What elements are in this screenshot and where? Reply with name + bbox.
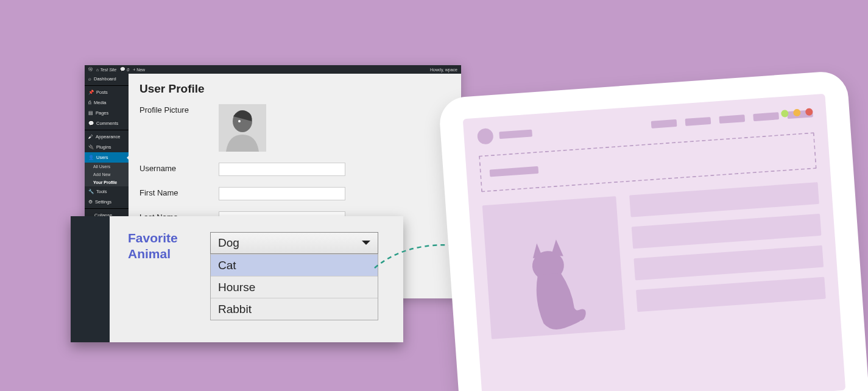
new-button[interactable]: + New [133,68,145,72]
sidebar-sep [85,130,129,130]
sidebar-sep [85,208,129,209]
side-list [629,182,827,329]
site-switcher[interactable]: ⌂ Test Site [96,68,116,72]
sidebar-item-posts[interactable]: 📌Posts [85,87,129,97]
media-icon: ⎙ [88,100,91,105]
site-title-placeholder [499,130,532,139]
list-item [629,182,819,217]
option-rabbit[interactable]: Rabbit [211,298,378,320]
comments-indicator[interactable]: 💬 0 [120,67,129,72]
dashboard-icon: ⌕ [88,76,91,82]
label-first-name: First Name [139,187,219,197]
option-cat[interactable]: Cat [211,254,378,276]
sidebar-item-users[interactable]: 👤Users [85,152,129,163]
sub-your-profile[interactable]: Your Profile [85,178,129,186]
pin-icon: 📌 [88,90,94,95]
chevron-down-icon [362,241,370,249]
hero-placeholder [479,132,817,192]
option-hourse[interactable]: Hourse [211,276,378,298]
users-icon: 👤 [88,155,94,160]
plugin-icon: 🔌 [88,144,94,150]
sidebar-item-pages[interactable]: ▤Pages [85,108,129,118]
settings-icon: ⚙ [88,199,93,205]
list-item [636,277,826,312]
sidebar-item-appearance[interactable]: 🖌Appearance [85,132,129,142]
list-item [633,245,824,281]
select-options: Cat Hourse Rabbit [210,254,378,320]
favorite-animal-select[interactable]: Dog Cat Hourse Rabbit [210,232,378,320]
profile-card [482,196,626,339]
tablet-screen [463,94,846,391]
wp-logo-icon[interactable]: ⓦ [88,66,93,72]
sub-add-new[interactable]: Add New [85,171,129,178]
tools-icon: 🔧 [88,189,94,194]
cat-icon [518,229,592,337]
select-selected[interactable]: Dog [210,232,378,254]
favorite-animal-label: FavoriteAnimal [128,230,178,262]
page-title: User Profile [139,82,450,96]
sidebar-item-comments[interactable]: 💬Comments [85,118,129,129]
wp-topbar: ⓦ ⌂ Test Site 💬 0 + New Howdy, wpace [85,65,461,74]
sub-all-users[interactable]: All Users [85,163,129,171]
site-logo-placeholder [477,128,494,145]
list-item [632,214,822,249]
users-submenu: All Users Add New Your Profile [85,163,129,186]
page-icon: ▤ [88,110,93,116]
sidebar-sep [85,85,129,86]
svg-point-1 [238,120,241,122]
firstname-field[interactable] [219,187,345,200]
sidebar-item-settings[interactable]: ⚙Settings [85,197,129,207]
howdy-label[interactable]: Howdy, wpace [430,68,457,72]
avatar-icon [221,104,264,152]
avatar[interactable] [219,104,266,152]
select-value: Dog [218,236,239,250]
username-field[interactable] [219,163,345,176]
sidebar-item-plugins[interactable]: 🔌Plugins [85,142,129,152]
label-profile-picture: Profile Picture [139,104,219,114]
sidebar-item-media[interactable]: ⎙Media [85,97,129,108]
sidebar-item-tools[interactable]: 🔧Tools [85,186,129,197]
comment-icon: 💬 [88,121,94,126]
tablet-mockup [438,70,868,391]
appearance-icon: 🖌 [88,134,93,139]
sidebar-item-dashboard[interactable]: ⌕Dashboard [85,74,129,84]
label-username: Username [139,163,219,173]
